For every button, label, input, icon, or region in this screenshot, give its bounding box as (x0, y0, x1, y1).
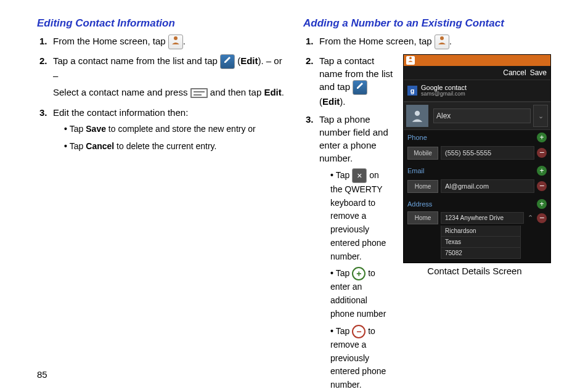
adding-heading: Adding a Number to an Existing Contact (303, 17, 551, 30)
left-column: Editing Contact Information 1.From the H… (37, 17, 285, 392)
phone-number-field[interactable]: (555) 555-5555 (441, 146, 534, 160)
phone-section-label: Phone (407, 134, 427, 141)
phone-type-picker[interactable]: Mobile (407, 147, 438, 160)
account-row: g Google contact sams@gmail.com (404, 80, 550, 102)
remove-icon: − (352, 325, 365, 338)
contacts-icon (435, 35, 449, 49)
add-email-button[interactable]: + (537, 166, 547, 176)
contacts-icon (168, 35, 183, 49)
contact-photo[interactable] (406, 105, 428, 127)
address-city-field[interactable]: Richardson (441, 226, 521, 237)
right-step-2: 2.Tap a contact name from the list and t… (319, 54, 393, 108)
left-bullet-save: Tap Save to complete and store the new e… (64, 123, 285, 136)
left-bullet-cancel: Tap Cancel to delete the current entry. (64, 140, 285, 153)
account-email-label: sams@gmail.com (421, 91, 467, 97)
remove-email-button[interactable]: − (537, 181, 547, 191)
remove-phone-button[interactable]: − (537, 148, 547, 158)
address-section-label: Address (407, 200, 432, 208)
email-section-header: Email + (404, 163, 550, 178)
keyboard-delete-icon: × (352, 168, 367, 183)
add-icon: + (352, 267, 365, 280)
address-street-field[interactable]: 1234 Anywhere Drive (441, 212, 524, 224)
expand-name-button[interactable]: ⌄ (533, 105, 548, 127)
address-state-field[interactable]: Texas (441, 237, 521, 248)
svg-point-0 (174, 36, 178, 40)
remove-address-button[interactable]: − (537, 213, 547, 223)
save-button[interactable]: Save (530, 68, 547, 77)
add-phone-button[interactable]: + (537, 133, 547, 142)
contact-details-screen: Cancel Save g Google contact sams@gmail.… (403, 54, 551, 263)
right-bullet-remove: Tap − to remove a previously entered pho… (330, 325, 393, 392)
right-column: Adding a Number to an Existing Contact 1… (303, 17, 551, 392)
edit-icon (353, 80, 367, 95)
menu-icon (190, 88, 208, 98)
page-number: 85 (37, 369, 47, 380)
left-step-3: 3.Edit the contact information then: Tap… (53, 106, 285, 153)
email-field[interactable]: Al@gmail.com (441, 179, 534, 193)
right-step-3: 3.Tap a phone number field and enter a p… (319, 113, 393, 392)
collapse-address-button[interactable]: ⌃ (526, 214, 534, 222)
left-step-2: 2.Tap a contact name from the list and t… (53, 54, 285, 99)
name-row: ⌄ (404, 102, 550, 130)
email-section-label: Email (407, 167, 425, 174)
email-type-picker[interactable]: Home (407, 180, 438, 193)
action-bar: Cancel Save (404, 66, 550, 80)
right-bullet-add: Tap + to enter an additional phone numbe… (330, 267, 393, 321)
address-row: Home 1234 Anywhere Drive ⌃ − Richardson … (404, 211, 550, 263)
address-type-picker[interactable]: Home (407, 211, 438, 224)
left-step-1: 1.From the Home screen, tap . (53, 35, 285, 49)
phone-row: Mobile (555) 555-5555 − (404, 145, 550, 163)
google-icon: g (407, 86, 417, 96)
status-bar (404, 55, 550, 66)
svg-point-3 (415, 111, 420, 116)
address-zip-field[interactable]: 75082 (441, 248, 521, 259)
right-step-1: 1.From the Home screen, tap . (319, 35, 551, 49)
phone-section-header: Phone + (404, 130, 550, 145)
edit-icon (220, 54, 235, 69)
svg-point-1 (440, 36, 444, 40)
address-section-header: Address + (404, 197, 550, 211)
editing-heading: Editing Contact Information (37, 17, 285, 30)
contact-details-figure: Cancel Save g Google contact sams@gmail.… (398, 54, 551, 392)
add-address-button[interactable]: + (537, 199, 547, 209)
right-bullet-delete-key: Tap × on the QWERTY keyboard to remove a… (330, 168, 393, 263)
svg-point-2 (409, 57, 412, 59)
name-field[interactable] (433, 108, 531, 123)
person-icon (406, 56, 415, 65)
cancel-button[interactable]: Cancel (503, 68, 526, 77)
email-row: Home Al@gmail.com − (404, 178, 550, 197)
